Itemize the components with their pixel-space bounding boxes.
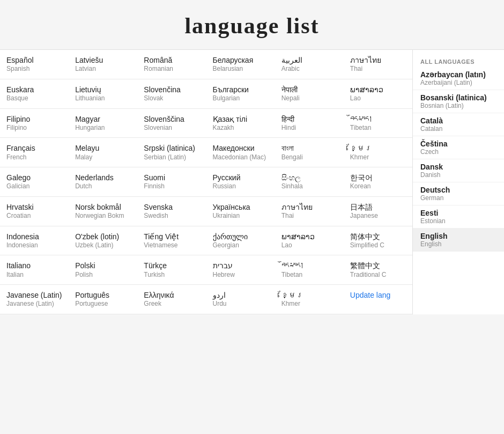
lang-native: Latviešu — [75, 55, 131, 65]
lang-cell[interactable]: Norsk bokmålNorwegian Bokm — [69, 197, 137, 226]
lang-cell[interactable]: 한국어Korean — [344, 167, 412, 197]
lang-native: Polski — [75, 261, 131, 270]
lang-cell[interactable]: GalegoGalician — [0, 167, 69, 197]
sidebar-lang-item[interactable]: Bosanski (latinica)Bosnian (Latin) — [413, 90, 504, 113]
lang-cell[interactable]: ภาษาไทยThai — [344, 50, 412, 79]
lang-english: Arabic — [281, 65, 337, 73]
lang-english: Georgian — [213, 241, 269, 250]
lang-english: Basque — [6, 94, 62, 103]
lang-cell[interactable]: Update lang — [344, 285, 412, 314]
lang-cell[interactable]: IndonesiaIndonesian — [0, 226, 69, 256]
lang-cell[interactable]: ខ្មែរKhmer — [275, 285, 344, 314]
lang-cell[interactable]: SlovenčinaSlovak — [137, 79, 206, 109]
page-header: language list — [0, 0, 504, 50]
lang-native: Indonesia — [6, 232, 62, 241]
sidebar-lang-item[interactable]: EestiEstonian — [413, 205, 504, 229]
sidebar-lang-english: Bosnian (Latin) — [420, 102, 496, 109]
lang-cell[interactable]: FilipinoFilipino — [0, 109, 69, 138]
lang-cell[interactable]: සිංහලSinhala — [275, 167, 344, 197]
lang-cell[interactable]: اردوUrdu — [206, 285, 275, 314]
lang-english: Lithuanian — [75, 94, 131, 103]
lang-english: Greek — [144, 300, 199, 308]
lang-english: Korean — [350, 182, 406, 191]
lang-cell[interactable]: ខ្មែរKhmer — [344, 138, 412, 167]
lang-cell[interactable]: ພາສາລາວLao — [344, 79, 412, 109]
lang-cell[interactable]: ქართულიGeorgian — [206, 226, 275, 256]
lang-cell[interactable]: Srpski (latinica)Serbian (Latin) — [137, 138, 206, 167]
lang-cell[interactable]: TürkçeTurkish — [137, 255, 206, 285]
sidebar-lang-item[interactable]: Azərbaycan (latın)Azerbaijani (Latin) — [413, 67, 504, 90]
lang-cell[interactable]: བོད་སྐད།Tibetan — [344, 109, 412, 138]
lang-english: Khmer — [281, 300, 337, 308]
lang-english: Urdu — [213, 300, 269, 308]
lang-english: Javanese (Latin) — [6, 300, 62, 308]
lang-cell[interactable]: RomânăRomanian — [137, 50, 206, 79]
lang-cell[interactable]: FrançaisFrench — [0, 138, 69, 167]
lang-cell[interactable]: УкраїнськаUkrainian — [206, 197, 275, 226]
lang-cell[interactable]: SuomiFinnish — [137, 167, 206, 197]
lang-cell[interactable]: NederlandsDutch — [69, 167, 137, 197]
sidebar-lang-item[interactable]: DanskDanish — [413, 159, 504, 182]
lang-cell[interactable]: ภาษาไทยThai — [275, 197, 344, 226]
lang-cell[interactable]: नेपालीNepali — [275, 79, 344, 109]
lang-cell[interactable]: Қазақ тіліKazakh — [206, 109, 275, 138]
lang-cell[interactable]: Tiếng ViệtVietnamese — [137, 226, 206, 256]
lang-cell[interactable]: हिन्दीHindi — [275, 109, 344, 138]
lang-cell[interactable]: ພາສາລາວLao — [275, 226, 344, 256]
lang-native: Қазақ тілі — [213, 114, 269, 124]
lang-native: O'zbek (lotin) — [75, 232, 131, 241]
lang-english: Slovenian — [144, 124, 199, 133]
lang-native: ქართული — [213, 232, 269, 241]
lang-native: ພາສາລາວ — [281, 232, 337, 241]
lang-cell[interactable]: EspañolSpanish — [0, 50, 69, 79]
lang-cell[interactable]: SvenskaSwedish — [137, 197, 206, 226]
sidebar-lang-item[interactable]: CatalàCatalan — [413, 113, 504, 136]
lang-cell[interactable]: PortuguêsPortuguese — [69, 285, 137, 314]
sidebar-lang-native: Deutsch — [420, 186, 496, 194]
lang-cell[interactable]: БългарскиBulgarian — [206, 79, 275, 109]
lang-cell[interactable]: EuskaraBasque — [0, 79, 69, 109]
lang-cell[interactable]: HrvatskiCroatian — [0, 197, 69, 226]
lang-cell[interactable]: 日本語Japanese — [344, 197, 412, 226]
lang-cell[interactable]: العربيةArabic — [275, 50, 344, 79]
lang-cell[interactable]: Javanese (Latin)Javanese (Latin) — [0, 285, 69, 314]
lang-cell[interactable]: РусскийRussian — [206, 167, 275, 197]
lang-cell[interactable]: 繁體中文Traditional C — [344, 255, 412, 285]
lang-english: Dutch — [75, 182, 131, 191]
main-content: EspañolSpanishLatviešuLatvianRomânăRoman… — [0, 50, 504, 314]
lang-english: Simplified C — [350, 241, 406, 250]
lang-native: ภาษาไทย — [350, 55, 406, 65]
lang-cell[interactable]: বাংলাBengali — [275, 138, 344, 167]
lang-english: Vietnamese — [144, 241, 199, 250]
lang-cell[interactable]: PolskiPolish — [69, 255, 137, 285]
sidebar-lang-english: Danish — [420, 171, 496, 179]
lang-native: Português — [75, 290, 131, 300]
lang-cell[interactable]: МакедонскиMacedonian (Mac) — [206, 138, 275, 167]
lang-native: Русский — [213, 173, 269, 182]
lang-cell[interactable]: ItalianoItalian — [0, 255, 69, 285]
lang-cell[interactable]: SlovenščinaSlovenian — [137, 109, 206, 138]
lang-cell[interactable]: ΕλληνικάGreek — [137, 285, 206, 314]
lang-native: 日本語 — [350, 202, 406, 212]
sidebar-lang-native: Azərbaycan (latın) — [420, 70, 496, 79]
lang-english: Sinhala — [281, 182, 337, 191]
lang-cell[interactable]: MagyarHungarian — [69, 109, 137, 138]
sidebar-lang-item[interactable]: ČeštinaCzech — [413, 136, 504, 159]
lang-native: Suomi — [144, 173, 199, 182]
lang-cell[interactable]: LatviešuLatvian — [69, 50, 137, 79]
lang-english: Ukrainian — [213, 212, 269, 220]
lang-cell[interactable]: 简体中文Simplified C — [344, 226, 412, 256]
lang-cell[interactable]: O'zbek (lotin)Uzbek (Latin) — [69, 226, 137, 256]
lang-cell[interactable]: MelayuMalay — [69, 138, 137, 167]
sidebar-lang-item[interactable]: EnglishEnglish — [413, 229, 504, 252]
sidebar-lang-native: Eesti — [420, 209, 496, 217]
lang-english: Bengali — [281, 153, 337, 162]
lang-cell[interactable]: БеларускаяBelarusian — [206, 50, 275, 79]
lang-cell[interactable]: LietuviųLithuanian — [69, 79, 137, 109]
lang-english: Romanian — [144, 65, 199, 73]
lang-cell[interactable]: བོད་སྐད།Tibetan — [275, 255, 344, 285]
lang-native: Hrvatski — [6, 202, 62, 212]
lang-cell[interactable]: עבריתHebrew — [206, 255, 275, 285]
sidebar-lang-item[interactable]: DeutschGerman — [413, 182, 504, 205]
lang-native: বাংলা — [281, 143, 337, 153]
